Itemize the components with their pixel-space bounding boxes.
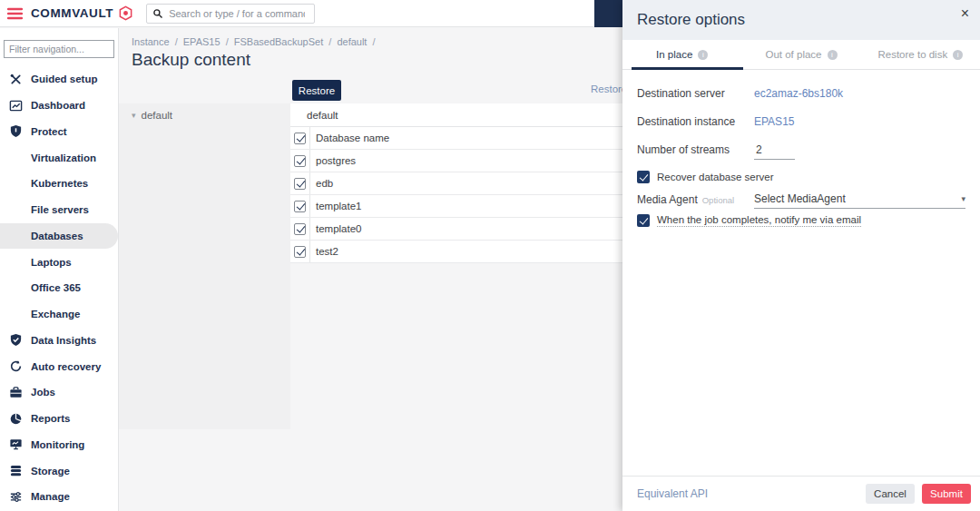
filter-navigation-input[interactable]: [4, 40, 114, 58]
breadcrumb-instance[interactable]: Instance: [132, 36, 170, 47]
sidebar-item-exchange[interactable]: Exchange: [0, 301, 118, 328]
sidebar-item-laptops[interactable]: Laptops: [0, 249, 118, 275]
sidebar-item-storage[interactable]: Storage: [0, 457, 118, 484]
info-icon[interactable]: i: [828, 50, 838, 60]
row-checkbox[interactable]: [294, 246, 306, 258]
table-row-test2[interactable]: test2: [290, 241, 622, 263]
breadcrumb-default[interactable]: default: [337, 36, 367, 47]
sidebar-item-manage[interactable]: Manage: [0, 484, 118, 510]
search-icon: [152, 8, 163, 19]
media-agent-row: Media AgentOptional Select MediaAgent ▾: [637, 192, 965, 209]
restore-tabs: In place i Out of place i Restore to dis…: [622, 40, 980, 70]
sidebar-item-kubernetes[interactable]: Kubernetes: [0, 171, 118, 197]
row-checkbox[interactable]: [294, 155, 306, 167]
sidebar-items: Guided setup Dashboard Protect Virtualiz…: [0, 66, 118, 510]
monitor-icon: [9, 437, 23, 451]
recover-checkbox[interactable]: [637, 171, 650, 183]
hamburger-menu-icon[interactable]: [7, 7, 23, 20]
recover-database-server-option[interactable]: Recover database server: [637, 171, 773, 183]
row-checkbox[interactable]: [294, 201, 306, 212]
panel-header: Restore options ×: [622, 0, 980, 40]
sidebar-item-dashboard[interactable]: Dashboard: [0, 93, 118, 119]
pie-chart-icon: [9, 412, 23, 426]
tab-out-of-place[interactable]: Out of place i: [741, 40, 860, 69]
tab-in-place[interactable]: In place i: [622, 40, 741, 69]
restore-button[interactable]: Restore: [292, 80, 341, 101]
destination-instance-value[interactable]: EPAS15: [754, 115, 794, 128]
sliders-icon: [9, 490, 23, 504]
sidebar-item-virtualization[interactable]: Virtualization: [0, 144, 118, 171]
shield-icon: [9, 124, 23, 138]
submit-button[interactable]: Submit: [922, 484, 971, 504]
shield-check-icon: [9, 333, 23, 347]
row-checkbox[interactable]: [294, 178, 306, 190]
sidebar-item-monitoring[interactable]: Monitoring: [0, 432, 118, 458]
table-row-template1[interactable]: template1: [290, 195, 622, 218]
cancel-button[interactable]: Cancel: [866, 484, 915, 504]
media-agent-select[interactable]: Select MediaAgent ▾: [754, 192, 965, 209]
row-checkbox[interactable]: [294, 223, 306, 235]
notify-checkbox[interactable]: [637, 214, 650, 227]
breadcrumb: Instance / EPAS15 / FSBasedBackupSet / d…: [132, 36, 378, 47]
streams-input[interactable]: [754, 143, 795, 160]
top-bar: COMMVAULT: [0, 0, 622, 27]
close-icon[interactable]: ×: [961, 6, 969, 21]
info-icon[interactable]: i: [953, 50, 963, 60]
number-of-streams-row: Number of streams: [637, 143, 965, 160]
dashboard-icon: [9, 99, 23, 113]
sidebar-nav: Guided setup Dashboard Protect Virtualiz…: [0, 28, 119, 511]
breadcrumb-fsbasedbackupset[interactable]: FSBasedBackupSet: [234, 36, 323, 47]
table-header-row: Database name: [290, 127, 622, 150]
search-input[interactable]: [169, 8, 305, 19]
sidebar-item-reports[interactable]: Reports: [0, 406, 118, 432]
commvault-brand-text: COMMVAULT: [31, 6, 113, 20]
restore-link-truncated[interactable]: Restore: [591, 84, 622, 94]
briefcase-icon: [9, 386, 23, 399]
info-icon[interactable]: i: [698, 50, 708, 60]
table-group-header: default: [290, 103, 622, 127]
restore-options-panel: Restore options × In place i Out of plac…: [622, 0, 980, 511]
page-title: Backup content: [132, 50, 250, 70]
optional-hint: Optional: [702, 195, 734, 205]
sidebar-item-auto-recovery[interactable]: Auto recovery: [0, 353, 118, 379]
global-search[interactable]: [146, 4, 315, 24]
table-row-edb[interactable]: edb: [290, 172, 622, 195]
table-row-postgres[interactable]: postgres: [290, 150, 622, 172]
backup-content-table: default Database name postgres edb templ…: [290, 103, 622, 263]
sidebar-item-jobs[interactable]: Jobs: [0, 379, 118, 406]
sidebar-item-data-insights[interactable]: Data Insights: [0, 328, 118, 354]
topbar-dark-strip: [594, 0, 622, 27]
sidebar-item-databases[interactable]: Databases: [0, 223, 118, 250]
destination-server-row: Destination server ec2amaz-6bs180k: [637, 87, 965, 100]
tools-icon: [9, 73, 23, 86]
equivalent-api-link[interactable]: Equivalent API: [637, 487, 866, 500]
sidebar-item-office-365[interactable]: Office 365: [0, 275, 118, 301]
notify-email-option[interactable]: When the job completes, notify me via em…: [637, 214, 861, 227]
sidebar-item-protect[interactable]: Protect: [0, 119, 118, 145]
panel-footer: Equivalent API Cancel Submit: [622, 476, 980, 511]
tree-expand-caret-icon[interactable]: ▾: [132, 111, 136, 120]
tab-restore-to-disk[interactable]: Restore to disk i: [861, 40, 980, 69]
panel-title: Restore options: [637, 11, 961, 29]
destination-server-value[interactable]: ec2amaz-6bs180k: [754, 87, 843, 100]
sidebar-item-guided-setup[interactable]: Guided setup: [0, 66, 118, 93]
table-row-template0[interactable]: template0: [290, 218, 622, 241]
recovery-arrows-icon: [9, 359, 23, 373]
tree-node-default[interactable]: ▾ default: [119, 103, 290, 121]
commvault-logo-icon: [118, 5, 133, 21]
select-all-checkbox[interactable]: [294, 133, 306, 144]
chevron-down-icon: ▾: [961, 194, 965, 203]
main-content: Instance / EPAS15 / FSBasedBackupSet / d…: [119, 28, 622, 511]
breadcrumb-epas15[interactable]: EPAS15: [183, 36, 220, 47]
backup-tree-panel: ▾ default: [119, 103, 290, 429]
storage-discs-icon: [9, 464, 23, 477]
sidebar-item-file-servers[interactable]: File servers: [0, 197, 118, 223]
destination-instance-row: Destination instance EPAS15: [637, 115, 965, 128]
